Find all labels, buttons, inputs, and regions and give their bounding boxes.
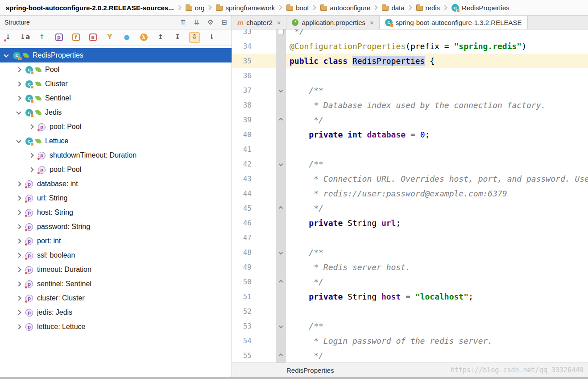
tree-item[interactable]: pdatabase: int <box>0 177 232 191</box>
fold-marker-icon[interactable] <box>278 324 283 329</box>
code-line[interactable]: 52 <box>232 304 588 319</box>
code-line[interactable]: 42 /** <box>232 157 588 171</box>
breadcrumb-item[interactable]: autoconfigure <box>319 4 372 12</box>
code-line[interactable]: 44 * redis://user:password@example.com:6… <box>232 186 588 201</box>
group-by-defining-type-icon[interactable]: Y <box>104 32 115 43</box>
chevron-right-icon[interactable] <box>16 253 21 258</box>
chevron-right-icon[interactable] <box>16 238 21 243</box>
editor-tab[interactable]: mchapter2× <box>232 16 286 29</box>
fold-marker-icon[interactable] <box>278 29 284 34</box>
chevron-right-icon[interactable] <box>16 296 21 300</box>
editor-tab[interactable]: cspring-boot-autoconfigure-1.3.2.RELEASE <box>380 16 528 29</box>
chevron-down-icon[interactable] <box>16 109 21 114</box>
tree-item[interactable]: pjedis: Jedis <box>0 305 232 320</box>
fold-marker-icon[interactable] <box>278 162 283 167</box>
code-line[interactable]: 45 */ <box>232 201 588 216</box>
tab-close-icon[interactable]: × <box>370 19 374 26</box>
code-line[interactable]: 51 private String host = "localhost"; <box>232 289 588 304</box>
tree-item[interactable]: cJedis <box>0 105 232 120</box>
fold-marker-icon[interactable] <box>278 88 283 93</box>
tree-item[interactable]: phost: String <box>0 205 232 220</box>
show-properties-icon[interactable]: p <box>54 32 64 43</box>
breadcrumb-item[interactable]: spring-boot-autoconfigure-2.0.2.RELEASE-… <box>4 4 175 12</box>
expand-all-nodes-icon[interactable]: ↥ <box>155 32 166 43</box>
tree-item[interactable]: pssl: boolean <box>0 248 232 262</box>
tab-close-icon[interactable]: × <box>277 19 281 26</box>
breadcrumb-item[interactable]: org <box>184 4 206 12</box>
breadcrumb-item[interactable]: redis <box>415 4 442 12</box>
code-line[interactable]: 50 */ <box>232 275 588 289</box>
chevron-down-icon[interactable] <box>4 52 8 57</box>
fold-marker-icon[interactable] <box>278 280 283 284</box>
breadcrumb-item[interactable]: data <box>381 4 406 12</box>
code-line[interactable]: 33 */ <box>232 29 588 39</box>
chevron-right-icon[interactable] <box>29 124 33 129</box>
code-line[interactable]: 46 private String url; <box>232 216 588 230</box>
sort-by-visibility-icon[interactable]: ↓ <box>3 32 13 43</box>
chevron-right-icon[interactable] <box>16 181 21 186</box>
tree-item[interactable]: cSentinel <box>0 91 232 105</box>
chevron-right-icon[interactable] <box>16 81 21 86</box>
chevron-right-icon[interactable] <box>29 153 33 158</box>
code-line[interactable]: 35public class RedisProperties { <box>232 54 588 68</box>
show-anonymous-classes-icon[interactable]: a <box>87 32 98 43</box>
chevron-right-icon[interactable] <box>16 224 21 229</box>
breadcrumb-item[interactable]: springframework <box>215 4 276 12</box>
show-public-icon[interactable]: ● <box>121 32 132 43</box>
code-line[interactable]: 53 /** <box>232 319 588 333</box>
chevron-right-icon[interactable] <box>16 281 21 286</box>
settings-gear-icon[interactable]: ⚙ <box>207 18 213 26</box>
chevron-right-icon[interactable] <box>16 267 21 272</box>
breadcrumb-item[interactable]: cRedisProperties <box>450 4 511 12</box>
collapse-all-icon[interactable]: ⇊ <box>194 18 199 26</box>
code-line[interactable]: 41 <box>232 142 588 157</box>
tree-item[interactable]: ppool: Pool <box>0 120 232 134</box>
code-line[interactable]: 36 <box>232 68 588 83</box>
code-line[interactable]: 49 * Redis server host. <box>232 260 588 275</box>
tree-item[interactable]: psentinel: Sentinel <box>0 277 232 291</box>
tree-item[interactable]: ptimeout: Duration <box>0 262 232 277</box>
tree-item[interactable]: ppassword: String <box>0 220 232 234</box>
fold-marker-icon[interactable] <box>278 250 283 255</box>
show-fields-icon[interactable]: f <box>70 32 81 43</box>
tree-item[interactable]: purl: String <box>0 191 232 205</box>
tree-item[interactable]: pshutdownTimeout: Duration <box>0 148 232 162</box>
code-line[interactable]: 55 */ <box>232 348 588 362</box>
chevron-right-icon[interactable] <box>16 196 21 200</box>
code-editor[interactable]: 33 */34@ConfigurationProperties(prefix =… <box>232 29 588 362</box>
chevron-right-icon[interactable] <box>16 210 21 215</box>
code-line[interactable]: 37 /** <box>232 83 588 98</box>
chevron-right-icon[interactable] <box>16 324 21 329</box>
sort-alphabetically-icon[interactable]: ↓a <box>20 32 30 43</box>
code-line[interactable]: 38 * Database index used by the connecti… <box>232 98 588 112</box>
show-lambdas-icon[interactable]: λ <box>138 32 149 43</box>
code-line[interactable]: 40 private int database = 0; <box>232 127 588 142</box>
editor-breadcrumb[interactable]: RedisProperties <box>286 367 334 374</box>
code-line[interactable]: 54 * Login password of the redis server. <box>232 333 588 348</box>
chevron-right-icon[interactable] <box>16 96 21 100</box>
tree-item[interactable]: pcluster: Cluster <box>0 291 232 305</box>
chevron-right-icon[interactable] <box>29 167 33 172</box>
chevron-down-icon[interactable] <box>16 138 21 143</box>
code-line[interactable]: 47 <box>232 230 588 245</box>
autoscroll-from-source-icon[interactable]: ⇂ <box>206 32 217 43</box>
editor-tab[interactable]: *application.properties× <box>286 16 379 29</box>
code-line[interactable]: 34@ConfigurationProperties(prefix = "spr… <box>232 39 588 54</box>
expand-all-icon[interactable]: ⇈ <box>180 18 186 26</box>
tree-item[interactable]: plettuce: Lettuce <box>0 320 232 334</box>
code-line[interactable]: 39 */ <box>232 112 588 127</box>
tree-item[interactable]: ppool: Pool <box>0 162 232 177</box>
tree-item[interactable]: cRedisProperties <box>0 48 232 62</box>
tree-item[interactable]: cLettuce <box>0 134 232 148</box>
tree-item[interactable]: cPool <box>0 62 232 77</box>
tree-item[interactable]: cCluster <box>0 77 232 91</box>
breadcrumb-item[interactable]: boot <box>285 4 310 12</box>
code-line[interactable]: 48 /** <box>232 245 588 260</box>
fold-marker-icon[interactable] <box>278 206 283 211</box>
fold-marker-icon[interactable] <box>278 118 283 122</box>
chevron-right-icon[interactable] <box>16 310 21 315</box>
collapse-all-nodes-icon[interactable]: ↧ <box>172 32 183 43</box>
autoscroll-to-source-icon[interactable]: ⇩ <box>189 32 200 43</box>
chevron-right-icon[interactable] <box>16 67 21 72</box>
show-inherited-icon[interactable]: ↑ <box>37 32 47 43</box>
